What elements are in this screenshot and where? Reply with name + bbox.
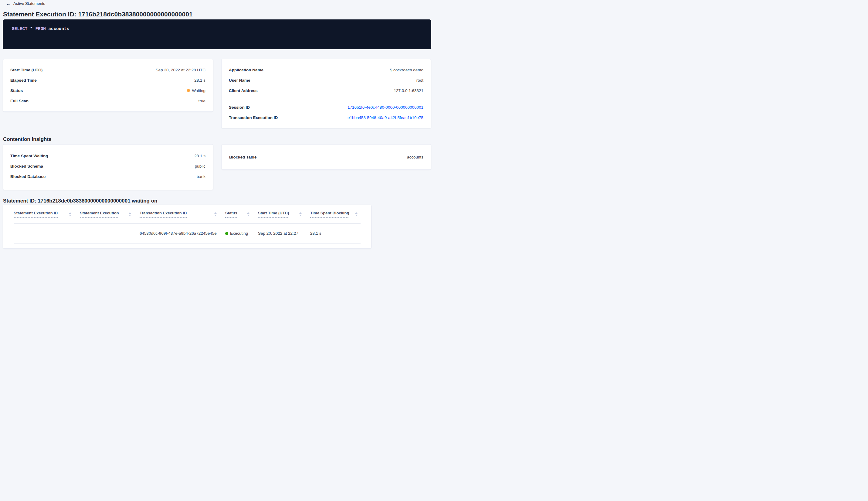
executing-status-dot-icon: [225, 232, 228, 235]
full-scan-label: Full Scan: [10, 99, 29, 103]
client-address-label: Client Address: [229, 88, 258, 93]
waiting-status-dot-icon: [187, 89, 190, 92]
blocked-table-row: Blocked Table accounts: [229, 152, 423, 162]
user-name-value: root: [416, 78, 423, 83]
blocked-table-value: accounts: [407, 155, 423, 159]
blocked-database-label: Blocked Database: [10, 174, 45, 179]
time-spent-waiting-row: Time Spent Waiting 28.1 s: [10, 151, 205, 161]
card-divider: [229, 99, 423, 99]
column-header-start-time[interactable]: Start Time (UTC): [258, 211, 310, 218]
cell-transaction-execution-id: 64530d0c-969f-437e-a9b4-26a72245e45e: [140, 231, 225, 236]
cell-start-time: Sep 20, 2022 at 22:27: [258, 231, 310, 236]
client-address-value: 127.0.0.1:63321: [394, 88, 423, 93]
contention-details-card: Time Spent Waiting 28.1 s Blocked Schema…: [3, 144, 213, 190]
session-id-link[interactable]: 1716b1f6-4e0c-f480-0000-000000000001: [347, 105, 423, 110]
contention-insights-section: Time Spent Waiting 28.1 s Blocked Schema…: [3, 144, 431, 190]
start-time-row: Start Time (UTC) Sep 20, 2022 at 22:28 U…: [10, 65, 205, 75]
table-row: 64530d0c-969f-437e-a9b4-26a72245e45e Exe…: [14, 223, 360, 244]
blocked-table-label: Blocked Table: [229, 155, 257, 159]
waiting-on-heading: Statement ID: 1716b218dc0b38380000000000…: [3, 198, 431, 204]
user-name-row: User Name root: [229, 75, 423, 85]
blocked-schema-label: Blocked Schema: [10, 164, 43, 169]
full-scan-row: Full Scan true: [10, 96, 205, 106]
status-label: Status: [10, 88, 23, 93]
elapsed-time-row: Elapsed Time 28.1 s: [10, 75, 205, 85]
column-header-time-spent-blocking[interactable]: Time Spent Blocking: [310, 211, 360, 218]
column-header-statement-execution[interactable]: Statement Execution: [80, 211, 140, 218]
column-header-statement-execution-id[interactable]: Statement Execution ID: [14, 211, 80, 218]
sql-statement-box: SELECT * FROM accounts: [3, 19, 431, 49]
sql-star: *: [30, 26, 33, 31]
column-header-status[interactable]: Status: [225, 211, 258, 218]
sql-select-keyword: SELECT: [12, 26, 28, 31]
cell-time-spent-blocking: 28.1 s: [310, 231, 360, 236]
status-text: Waiting: [192, 88, 205, 93]
sql-table-name: accounts: [48, 26, 69, 31]
sql-from-keyword: FROM: [35, 26, 45, 31]
statement-execution-details-page: ← Active Statements Statement Execution …: [0, 0, 434, 249]
start-time-value: Sep 20, 2022 at 22:28 UTC: [156, 68, 205, 72]
executing-status-text: Executing: [230, 231, 248, 236]
application-name-row: Application Name $ cockroach demo: [229, 65, 423, 75]
sort-icon[interactable]: [214, 212, 217, 216]
sort-icon[interactable]: [247, 212, 249, 216]
status-row: Status Waiting: [10, 85, 205, 96]
back-to-active-statements-link[interactable]: ← Active Statements: [6, 0, 431, 6]
table-header-row: Statement Execution ID Statement Executi…: [14, 205, 360, 223]
sort-icon[interactable]: [129, 212, 131, 216]
status-value: Waiting: [187, 88, 205, 93]
application-name-label: Application Name: [229, 68, 263, 72]
sort-icon[interactable]: [299, 212, 302, 216]
column-header-transaction-execution-id[interactable]: Transaction Execution ID: [140, 211, 225, 218]
sort-icon[interactable]: [69, 212, 71, 216]
full-scan-value: true: [198, 99, 205, 103]
transaction-execution-id-label: Transaction Execution ID: [229, 115, 278, 120]
waiting-on-table: Statement Execution ID Statement Executi…: [10, 205, 364, 244]
sort-icon[interactable]: [355, 212, 358, 216]
back-link-label: Active Statements: [13, 1, 45, 6]
execution-summary-card: Start Time (UTC) Sep 20, 2022 at 22:28 U…: [3, 59, 213, 112]
elapsed-time-label: Elapsed Time: [10, 78, 37, 83]
time-spent-waiting-value: 28.1 s: [194, 154, 205, 158]
page-title: Statement Execution ID: 1716b218dc0b3838…: [3, 10, 431, 18]
blocked-database-value: bank: [197, 174, 205, 179]
blocked-table-card: Blocked Table accounts: [221, 144, 431, 170]
session-details-card: Application Name $ cockroach demo User N…: [221, 59, 431, 128]
cell-status: Executing: [225, 231, 258, 236]
transaction-execution-id-row: Transaction Execution ID e1bba458-5948-4…: [229, 112, 423, 122]
user-name-label: User Name: [229, 78, 250, 83]
session-id-row: Session ID 1716b1f6-4e0c-f480-0000-00000…: [229, 102, 423, 112]
blocked-schema-value: public: [195, 164, 205, 169]
blocked-database-row: Blocked Database bank: [10, 171, 205, 182]
session-id-label: Session ID: [229, 105, 250, 110]
contention-insights-heading: Contention Insights: [3, 136, 431, 142]
elapsed-time-value: 28.1 s: [194, 78, 205, 83]
execution-details-section: Start Time (UTC) Sep 20, 2022 at 22:28 U…: [3, 59, 431, 128]
back-arrow-icon: ←: [6, 1, 11, 6]
start-time-label: Start Time (UTC): [10, 68, 43, 72]
transaction-execution-id-link[interactable]: e1bba458-5948-40a9-a42f-5feac1b10e75: [347, 115, 423, 120]
blocked-schema-row: Blocked Schema public: [10, 161, 205, 171]
waiting-on-table-card: Statement Execution ID Statement Executi…: [3, 205, 371, 249]
time-spent-waiting-label: Time Spent Waiting: [10, 154, 48, 158]
client-address-row: Client Address 127.0.0.1:63321: [229, 85, 423, 96]
application-name-value: $ cockroach demo: [390, 68, 423, 72]
